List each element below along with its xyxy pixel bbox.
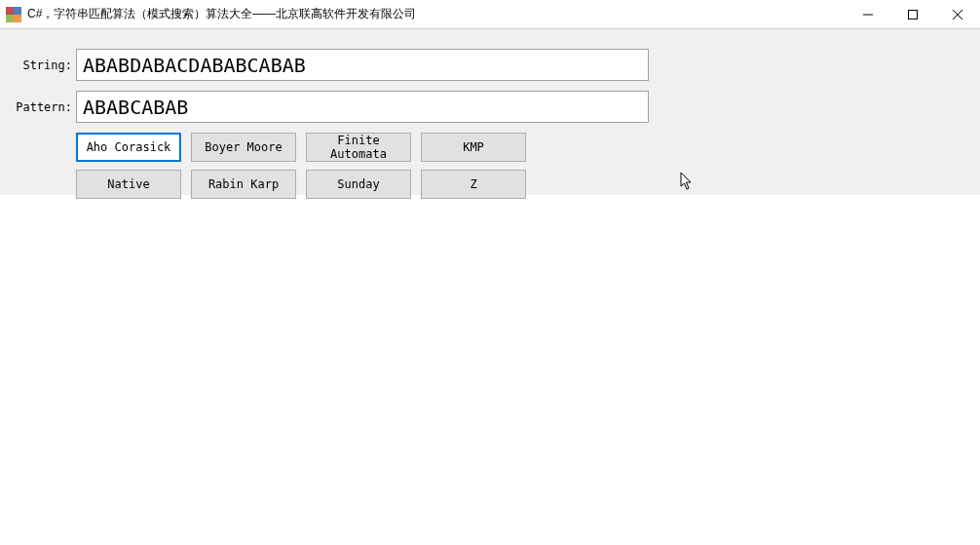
pattern-label: Pattern: <box>12 100 76 114</box>
rabin-karp-button[interactable]: Rabin Karp <box>191 170 296 199</box>
window-title: C#，字符串匹配算法（模式搜索）算法大全——北京联高软件开发有限公司 <box>27 6 846 22</box>
content-panel: String: Pattern: Aho Corasick Boyer Moor… <box>0 29 980 195</box>
titlebar: C#，字符串匹配算法（模式搜索）算法大全——北京联高软件开发有限公司 <box>0 0 980 29</box>
svg-rect-1 <box>14 7 21 15</box>
pattern-row: Pattern: <box>12 91 968 123</box>
maximize-button[interactable] <box>890 0 935 28</box>
svg-rect-2 <box>6 15 14 22</box>
window-controls <box>846 0 980 28</box>
output-area <box>0 195 980 545</box>
pattern-input[interactable] <box>76 91 649 123</box>
string-label: String: <box>12 58 76 72</box>
app-icon <box>6 7 21 22</box>
minimize-button[interactable] <box>846 0 890 28</box>
aho-corasick-button[interactable]: Aho Corasick <box>76 133 181 162</box>
native-button[interactable]: Native <box>76 170 181 199</box>
svg-rect-0 <box>6 7 14 15</box>
finite-automata-button[interactable]: Finite Automata <box>306 133 411 162</box>
string-row: String: <box>12 49 968 81</box>
algorithm-buttons: Aho Corasick Boyer Moore Finite Automata… <box>76 133 968 199</box>
svg-rect-5 <box>909 10 918 19</box>
close-button[interactable] <box>935 0 980 28</box>
kmp-button[interactable]: KMP <box>421 133 526 162</box>
sunday-button[interactable]: Sunday <box>306 170 411 199</box>
boyer-moore-button[interactable]: Boyer Moore <box>191 133 296 162</box>
z-button[interactable]: Z <box>421 170 526 199</box>
svg-rect-3 <box>14 15 21 22</box>
button-row-1: Aho Corasick Boyer Moore Finite Automata… <box>76 133 968 162</box>
string-input[interactable] <box>76 49 649 81</box>
